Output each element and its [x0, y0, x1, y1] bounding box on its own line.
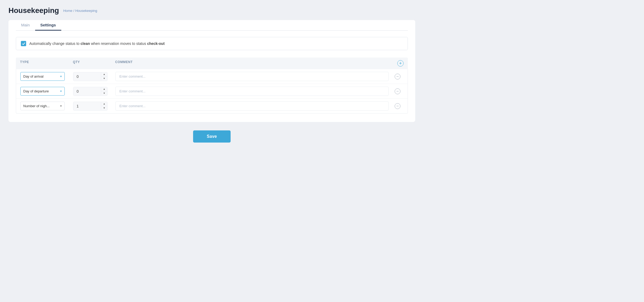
type-select-2[interactable]: Number of nigh... ▾ [20, 102, 65, 110]
type-value-2: Number of nigh... [23, 104, 50, 108]
table-row: Day of arrival ▾ 0 ▲ ▼ [16, 69, 408, 84]
qty-down-2[interactable]: ▼ [101, 106, 107, 110]
main-card: Main Settings Automatically change statu… [8, 20, 415, 122]
col-type-header: TYPE [20, 60, 73, 67]
auto-status-checkbox[interactable] [21, 41, 26, 46]
save-area: Save [8, 130, 415, 143]
card-content: Automatically change status to clean whe… [8, 31, 415, 122]
qty-cell-0: 0 ▲ ▼ [73, 72, 115, 81]
qty-up-2[interactable]: ▲ [101, 102, 107, 106]
comment-cell-0 [115, 72, 392, 81]
breadcrumb-separator: / [73, 9, 75, 13]
qty-value-2: 1 [73, 102, 101, 110]
tabs: Main Settings [16, 20, 408, 31]
qty-cell-2: 1 ▲ ▼ [73, 102, 115, 111]
remove-row-1[interactable]: − [392, 88, 403, 94]
save-button[interactable]: Save [193, 130, 231, 143]
qty-value-0: 0 [73, 72, 101, 81]
type-select-1[interactable]: Day of departure ▾ [20, 87, 65, 96]
col-qty-header: QTY [73, 60, 115, 67]
tab-settings[interactable]: Settings [35, 20, 61, 31]
comment-cell-1 [115, 87, 392, 96]
qty-cell-1: 0 ▲ ▼ [73, 87, 115, 96]
qty-down-1[interactable]: ▼ [101, 91, 107, 95]
table-row: Day of departure ▾ 0 ▲ ▼ [16, 84, 408, 99]
qty-spinner-1: ▲ ▼ [101, 87, 107, 95]
page-title: Housekeeping [8, 6, 59, 15]
breadcrumb-current: Housekeeping [75, 9, 97, 13]
col-comment-header: COMMENT [115, 60, 392, 67]
qty-field-0: 0 ▲ ▼ [73, 72, 108, 81]
status-clean-bold: clean [81, 41, 90, 46]
qty-down-0[interactable]: ▼ [101, 77, 107, 81]
table-row: Number of nigh... ▾ 1 ▲ ▼ [16, 99, 408, 113]
remove-row-2[interactable]: − [392, 103, 403, 109]
table-header: TYPE QTY COMMENT + [16, 58, 408, 69]
qty-field-1: 0 ▲ ▼ [73, 87, 108, 96]
tab-main[interactable]: Main [16, 20, 35, 31]
minus-icon-0[interactable]: − [395, 74, 400, 79]
breadcrumb: Home / Housekeeping [63, 9, 97, 13]
qty-spinner-2: ▲ ▼ [101, 102, 107, 110]
auto-status-label: Automatically change status to clean whe… [29, 41, 165, 46]
type-value-0: Day of arrival [23, 74, 44, 78]
remove-row-0[interactable]: − [392, 74, 403, 79]
breadcrumb-home[interactable]: Home [63, 9, 72, 13]
status-checkout-bold: check-out [147, 41, 165, 46]
chevron-down-icon-2: ▾ [60, 104, 62, 108]
minus-icon-1[interactable]: − [395, 88, 400, 94]
type-value-1: Day of departure [23, 89, 49, 93]
comment-input-0[interactable] [115, 72, 389, 81]
comment-input-2[interactable] [115, 101, 389, 111]
chevron-down-icon-1: ▾ [60, 89, 62, 93]
type-select-0[interactable]: Day of arrival ▾ [20, 72, 65, 81]
qty-up-1[interactable]: ▲ [101, 87, 107, 91]
qty-field-2: 1 ▲ ▼ [73, 102, 108, 111]
table-body: Day of arrival ▾ 0 ▲ ▼ [16, 69, 408, 114]
tabs-bar: Main Settings [8, 20, 415, 31]
qty-up-0[interactable]: ▲ [101, 72, 107, 77]
add-row-button[interactable]: + [392, 60, 404, 67]
qty-spinner-0: ▲ ▼ [101, 72, 107, 81]
add-icon[interactable]: + [397, 60, 404, 67]
type-cell-2: Number of nigh... ▾ [20, 102, 73, 110]
comment-input-1[interactable] [115, 87, 389, 96]
auto-status-row: Automatically change status to clean whe… [16, 37, 408, 50]
comment-cell-2 [115, 101, 392, 111]
type-cell-0: Day of arrival ▾ [20, 72, 73, 81]
minus-icon-2[interactable]: − [395, 103, 400, 109]
type-cell-1: Day of departure ▾ [20, 87, 73, 96]
qty-value-1: 0 [73, 87, 101, 96]
chevron-down-icon-0: ▾ [60, 75, 62, 78]
page-header: Housekeeping Home / Housekeeping [8, 6, 415, 15]
